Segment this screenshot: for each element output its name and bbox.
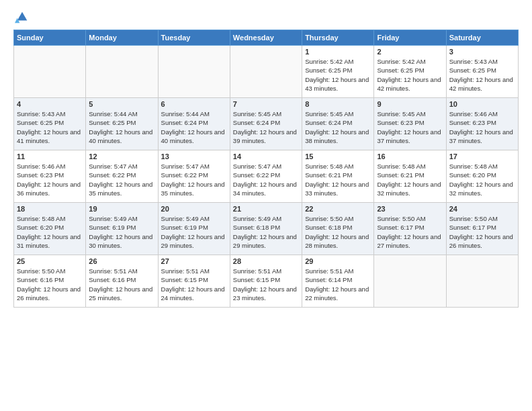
day-number: 6 [161,100,227,108]
day-cell: 17Sunrise: 5:48 AM Sunset: 6:20 PM Dayli… [446,150,518,203]
day-cell: 15Sunrise: 5:48 AM Sunset: 6:21 PM Dayli… [302,150,374,203]
day-info: Sunrise: 5:51 AM Sunset: 6:14 PM Dayligh… [305,267,371,302]
day-cell: 14Sunrise: 5:47 AM Sunset: 6:22 PM Dayli… [230,150,302,203]
day-info: Sunrise: 5:45 AM Sunset: 6:24 PM Dayligh… [305,109,371,145]
day-number: 25 [17,257,83,265]
day-number: 2 [377,48,443,56]
logo-icon [15,9,30,24]
week-row-2: 4Sunrise: 5:43 AM Sunset: 6:25 PM Daylig… [14,98,519,150]
day-info: Sunrise: 5:48 AM Sunset: 6:20 PM Dayligh… [449,162,515,197]
day-info: Sunrise: 5:46 AM Sunset: 6:23 PM Dayligh… [449,109,515,145]
day-info: Sunrise: 5:50 AM Sunset: 6:17 PM Dayligh… [377,214,443,250]
day-number: 13 [161,152,227,161]
col-header-monday: Monday [86,30,158,46]
day-info: Sunrise: 5:42 AM Sunset: 6:25 PM Dayligh… [305,57,371,93]
day-info: Sunrise: 5:44 AM Sunset: 6:25 PM Dayligh… [89,109,154,145]
day-info: Sunrise: 5:49 AM Sunset: 6:18 PM Dayligh… [233,214,299,250]
day-cell: 23Sunrise: 5:50 AM Sunset: 6:17 PM Dayli… [374,203,446,255]
day-number: 17 [449,152,515,161]
day-number: 28 [233,257,299,265]
day-info: Sunrise: 5:47 AM Sunset: 6:22 PM Dayligh… [233,162,299,197]
header-row: SundayMondayTuesdayWednesdayThursdayFrid… [14,30,519,46]
day-cell: 4Sunrise: 5:43 AM Sunset: 6:25 PM Daylig… [14,98,86,150]
day-number: 22 [305,205,371,213]
day-number: 1 [305,48,371,56]
day-cell: 20Sunrise: 5:49 AM Sunset: 6:19 PM Dayli… [158,203,230,255]
day-number: 24 [449,205,515,213]
day-cell: 8Sunrise: 5:45 AM Sunset: 6:24 PM Daylig… [302,98,374,150]
day-cell: 18Sunrise: 5:48 AM Sunset: 6:20 PM Dayli… [14,203,86,255]
day-cell: 29Sunrise: 5:51 AM Sunset: 6:14 PM Dayli… [302,255,374,308]
day-cell: 16Sunrise: 5:48 AM Sunset: 6:21 PM Dayli… [374,150,446,203]
day-cell [14,46,86,98]
day-info: Sunrise: 5:46 AM Sunset: 6:23 PM Dayligh… [17,162,83,197]
logo [13,11,30,24]
day-cell: 28Sunrise: 5:51 AM Sunset: 6:15 PM Dayli… [230,255,302,308]
day-cell: 10Sunrise: 5:46 AM Sunset: 6:23 PM Dayli… [446,98,518,150]
col-header-saturday: Saturday [446,30,518,46]
day-cell: 11Sunrise: 5:46 AM Sunset: 6:23 PM Dayli… [14,150,86,203]
day-info: Sunrise: 5:47 AM Sunset: 6:22 PM Dayligh… [89,162,154,197]
day-number: 16 [377,152,443,161]
day-info: Sunrise: 5:47 AM Sunset: 6:22 PM Dayligh… [161,162,227,197]
day-number: 3 [449,48,515,56]
day-number: 15 [305,152,371,161]
day-info: Sunrise: 5:51 AM Sunset: 6:15 PM Dayligh… [233,267,299,302]
day-info: Sunrise: 5:48 AM Sunset: 6:20 PM Dayligh… [17,214,83,250]
col-header-thursday: Thursday [302,30,374,46]
day-info: Sunrise: 5:43 AM Sunset: 6:25 PM Dayligh… [17,109,83,145]
col-header-tuesday: Tuesday [158,30,230,46]
day-number: 27 [161,257,227,265]
day-cell: 25Sunrise: 5:50 AM Sunset: 6:16 PM Dayli… [14,255,86,308]
day-cell: 3Sunrise: 5:43 AM Sunset: 6:25 PM Daylig… [446,46,518,98]
day-cell: 26Sunrise: 5:51 AM Sunset: 6:16 PM Dayli… [86,255,158,308]
day-cell [158,46,230,98]
day-cell [374,255,446,308]
day-cell: 7Sunrise: 5:45 AM Sunset: 6:24 PM Daylig… [230,98,302,150]
day-number: 29 [305,257,371,265]
page: SundayMondayTuesdayWednesdayThursdayFrid… [0,0,532,411]
day-info: Sunrise: 5:42 AM Sunset: 6:25 PM Dayligh… [377,57,443,93]
day-info: Sunrise: 5:48 AM Sunset: 6:21 PM Dayligh… [377,162,443,197]
day-number: 10 [449,100,515,108]
day-info: Sunrise: 5:51 AM Sunset: 6:16 PM Dayligh… [89,267,154,302]
day-number: 5 [89,100,154,108]
day-cell: 24Sunrise: 5:50 AM Sunset: 6:17 PM Dayli… [446,203,518,255]
day-info: Sunrise: 5:45 AM Sunset: 6:23 PM Dayligh… [377,109,443,145]
day-cell: 13Sunrise: 5:47 AM Sunset: 6:22 PM Dayli… [158,150,230,203]
day-cell: 27Sunrise: 5:51 AM Sunset: 6:15 PM Dayli… [158,255,230,308]
day-cell: 9Sunrise: 5:45 AM Sunset: 6:23 PM Daylig… [374,98,446,150]
col-header-friday: Friday [374,30,446,46]
day-cell [86,46,158,98]
day-number: 7 [233,100,299,108]
day-cell: 22Sunrise: 5:50 AM Sunset: 6:18 PM Dayli… [302,203,374,255]
day-number: 21 [233,205,299,213]
day-cell: 21Sunrise: 5:49 AM Sunset: 6:18 PM Dayli… [230,203,302,255]
day-info: Sunrise: 5:50 AM Sunset: 6:16 PM Dayligh… [17,267,83,302]
col-header-sunday: Sunday [14,30,86,46]
day-info: Sunrise: 5:49 AM Sunset: 6:19 PM Dayligh… [89,214,154,250]
day-cell [230,46,302,98]
header [13,11,519,24]
day-number: 8 [305,100,371,108]
day-number: 18 [17,205,83,213]
week-row-5: 25Sunrise: 5:50 AM Sunset: 6:16 PM Dayli… [14,255,519,308]
day-info: Sunrise: 5:44 AM Sunset: 6:24 PM Dayligh… [161,109,227,145]
day-cell: 12Sunrise: 5:47 AM Sunset: 6:22 PM Dayli… [86,150,158,203]
day-number: 9 [377,100,443,108]
day-cell: 5Sunrise: 5:44 AM Sunset: 6:25 PM Daylig… [86,98,158,150]
day-cell: 2Sunrise: 5:42 AM Sunset: 6:25 PM Daylig… [374,46,446,98]
col-header-wednesday: Wednesday [230,30,302,46]
day-cell: 6Sunrise: 5:44 AM Sunset: 6:24 PM Daylig… [158,98,230,150]
day-number: 14 [233,152,299,161]
day-number: 23 [377,205,443,213]
day-info: Sunrise: 5:48 AM Sunset: 6:21 PM Dayligh… [305,162,371,197]
day-info: Sunrise: 5:50 AM Sunset: 6:18 PM Dayligh… [305,214,371,250]
day-number: 19 [89,205,154,213]
day-info: Sunrise: 5:51 AM Sunset: 6:15 PM Dayligh… [161,267,227,302]
day-number: 26 [89,257,154,265]
day-info: Sunrise: 5:50 AM Sunset: 6:17 PM Dayligh… [449,214,515,250]
day-cell [446,255,518,308]
day-info: Sunrise: 5:49 AM Sunset: 6:19 PM Dayligh… [161,214,227,250]
day-number: 20 [161,205,227,213]
